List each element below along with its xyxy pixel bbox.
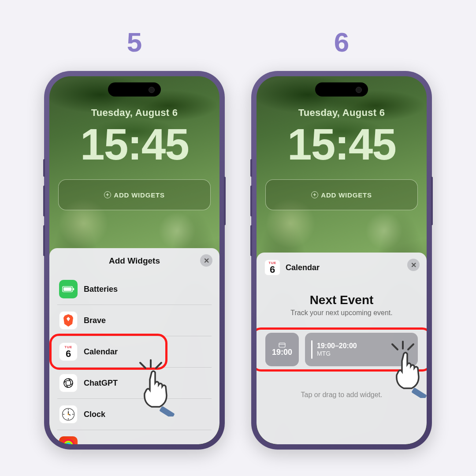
step-5: 5 Tuesday, August 6 15:45 + ADD WIDGETS …	[44, 26, 225, 450]
lockscreen-time: 15:45	[257, 122, 427, 166]
add-widgets-button[interactable]: + ADD WIDGETS	[58, 179, 211, 210]
list-item-calendar[interactable]: TUE 6 Calendar	[57, 336, 212, 368]
list-item-brave[interactable]: Brave	[57, 305, 212, 336]
next-event-subtitle: Track your next upcoming event.	[267, 309, 416, 317]
batteries-icon	[59, 280, 78, 298]
tip-label: Tap or drag to add widget.	[257, 391, 427, 399]
svg-point-15	[66, 443, 71, 444]
sheet-header: TUE 6 Calendar ✕	[257, 253, 427, 283]
lockscreen-date: Tuesday, August 6	[49, 107, 219, 119]
preview-time-small: 19:00	[272, 348, 292, 357]
close-icon: ✕	[204, 257, 209, 265]
list-item-clock[interactable]: Clock	[57, 399, 212, 430]
sheet-header: Add Widgets ✕	[49, 248, 219, 274]
preview-time-range: 19:00–20:00	[317, 342, 357, 350]
preview-event-title: MTG	[317, 350, 357, 357]
lockscreen-date: Tuesday, August 6	[257, 107, 427, 119]
phone-screen: Tuesday, August 6 15:45 + ADD WIDGETS TU…	[257, 76, 427, 444]
phone-frame: Tuesday, August 6 15:45 + ADD WIDGETS Ad…	[44, 71, 225, 450]
svg-point-3	[64, 379, 73, 387]
add-widgets-sheet: Add Widgets ✕ Batteries	[49, 248, 219, 444]
list-item-label: Batteries	[84, 285, 118, 294]
phone-screen: Tuesday, August 6 15:45 + ADD WIDGETS Ad…	[49, 76, 219, 444]
calendar-icon: TUE 6	[264, 260, 280, 275]
clock-icon	[59, 405, 78, 424]
plus-circle-icon: +	[104, 191, 111, 198]
lockscreen-time: 15:45	[49, 122, 219, 166]
add-widgets-label: ADD WIDGETS	[321, 191, 372, 199]
widget-preview-row: 19:00 19:00–20:00 MTG	[257, 321, 427, 378]
sheet-title: Add Widgets	[58, 256, 211, 266]
svg-rect-2	[73, 288, 74, 290]
list-item-label: Brave	[84, 316, 106, 325]
widget-app-list: Batteries Brave TUE 6 Calendar	[49, 274, 219, 444]
svg-rect-20	[279, 343, 285, 347]
plus-circle-icon: +	[311, 191, 318, 198]
svg-point-12	[68, 414, 69, 415]
add-widgets-label: ADD WIDGETS	[114, 191, 164, 199]
fitness-icon	[59, 436, 78, 444]
calendar-widget-sheet: TUE 6 Calendar ✕ Next Event Track your n…	[257, 253, 427, 444]
chatgpt-icon	[59, 374, 78, 392]
list-item-fitness[interactable]	[57, 430, 212, 444]
list-item-label: Calendar	[84, 347, 118, 357]
calendar-glyph-icon	[279, 342, 286, 348]
event-accent-bar	[311, 340, 312, 359]
list-item-label: Clock	[84, 410, 105, 419]
next-event-section: Next Event Track your next upcoming even…	[257, 283, 427, 321]
close-button[interactable]: ✕	[407, 259, 420, 271]
next-event-title: Next Event	[267, 293, 416, 307]
step-6: 6 Tuesday, August 6 15:45 + ADD WIDGETS …	[251, 26, 432, 450]
widget-preview-large[interactable]: 19:00–20:00 MTG	[305, 333, 418, 366]
list-item-label: ChatGPT	[84, 379, 118, 388]
step-number-6: 6	[334, 26, 349, 58]
calendar-icon: TUE 6	[59, 342, 78, 361]
phone-frame: Tuesday, August 6 15:45 + ADD WIDGETS TU…	[251, 71, 432, 450]
widget-preview-small[interactable]: 19:00	[265, 333, 299, 366]
brave-icon	[59, 311, 78, 330]
dynamic-island	[315, 82, 368, 97]
close-icon: ✕	[411, 261, 416, 269]
dynamic-island	[108, 82, 161, 97]
list-item-batteries[interactable]: Batteries	[57, 274, 212, 305]
svg-rect-1	[63, 287, 71, 291]
sheet-title: Calendar	[286, 263, 320, 272]
step-number-5: 5	[127, 26, 142, 58]
close-button[interactable]: ✕	[200, 254, 212, 267]
list-item-chatgpt[interactable]: ChatGPT	[57, 368, 212, 399]
add-widgets-button[interactable]: + ADD WIDGETS	[265, 179, 418, 210]
